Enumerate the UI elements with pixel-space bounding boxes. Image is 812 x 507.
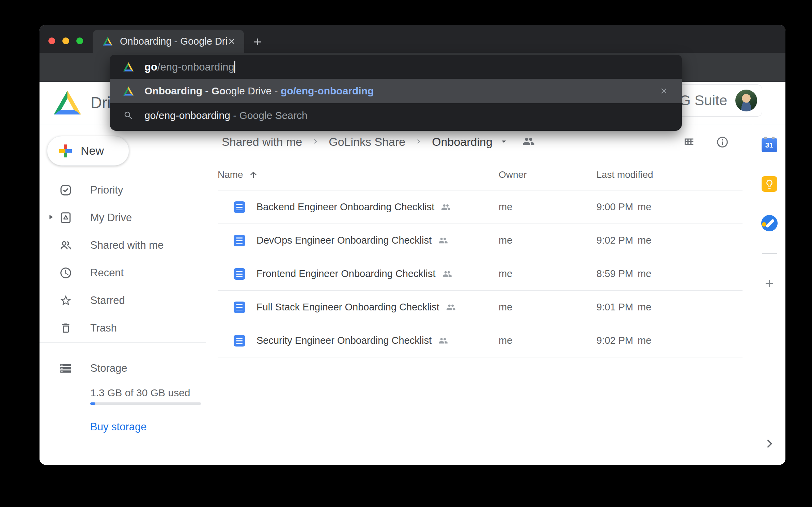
sidebar-item-trash[interactable]: Trash — [40, 314, 206, 342]
breadcrumb-golinks-share[interactable]: GoLinks Share — [329, 135, 405, 149]
caret-down-icon[interactable] — [499, 136, 509, 148]
trash-icon — [59, 322, 72, 334]
file-modified: 8:59 PM me — [596, 268, 651, 279]
file-row[interactable]: Full Stack Engineer Onboarding Checklist… — [218, 291, 743, 324]
file-modified-time: 9:01 PM — [596, 302, 633, 313]
sidebar-item-recent[interactable]: Recent — [40, 259, 206, 287]
buy-storage-link[interactable]: Buy storage — [90, 421, 146, 433]
file-row[interactable]: DevOps Engineer Onboarding Checklist me … — [218, 224, 743, 257]
browser-tab[interactable]: Onboarding - Google Drive — [93, 30, 244, 53]
new-button[interactable]: New — [47, 136, 129, 166]
google-docs-icon — [234, 201, 245, 213]
text-cursor — [234, 61, 235, 73]
last-modified-header[interactable]: Last modified — [596, 169, 653, 180]
drive-favicon — [123, 87, 134, 96]
suggestion-drive[interactable]: Onboarding - Google Drive - go/eng-onboa… — [110, 79, 682, 103]
plus-icon — [252, 36, 263, 48]
drive-sidebar: New Priority My Drive Shared with me — [40, 124, 206, 465]
google-docs-icon — [234, 235, 245, 246]
file-modified-by: me — [638, 302, 651, 313]
file-name: Security Engineer Onboarding Checklist — [256, 335, 432, 346]
file-name-group: Frontend Engineer Onboarding Checklist — [256, 268, 452, 279]
google-docs-icon — [234, 302, 245, 313]
people-icon — [59, 239, 72, 252]
shared-people-icon — [438, 336, 448, 345]
file-name: DevOps Engineer Onboarding Checklist — [256, 235, 432, 246]
file-owner: me — [499, 235, 512, 246]
tasks-icon[interactable] — [761, 215, 778, 231]
file-modified-by: me — [638, 235, 651, 246]
info-icon[interactable] — [716, 136, 729, 149]
file-row[interactable]: Frontend Engineer Onboarding Checklist m… — [218, 257, 743, 291]
storage-icon — [59, 362, 72, 375]
account-avatar[interactable] — [735, 90, 757, 111]
chevron-right-icon — [311, 137, 320, 147]
file-modified: 9:02 PM me — [596, 235, 651, 246]
omnibox-text: go/eng-onboarding — [144, 61, 235, 73]
collapse-panel-chevron-icon[interactable] — [764, 438, 775, 451]
sidebar-item-priority[interactable]: Priority — [40, 176, 206, 204]
desktop: Onboarding - Google Drive — [0, 0, 812, 507]
remove-suggestion-icon[interactable] — [659, 87, 668, 95]
breadcrumb-onboarding[interactable]: Onboarding — [432, 135, 493, 149]
address-bar[interactable]: go/eng-onboarding — [110, 55, 682, 79]
sidebar-item-storage[interactable]: Storage — [40, 354, 206, 382]
storage-usage-text: 1.3 GB of 30 GB used — [90, 387, 190, 399]
gsuite-label: G Suite — [680, 92, 727, 109]
google-docs-icon — [234, 268, 245, 280]
expand-arrow-icon[interactable] — [47, 213, 54, 222]
rail-divider — [762, 253, 777, 254]
file-name-group: Backend Engineer Onboarding Checklist — [256, 201, 451, 213]
file-modified-by: me — [638, 335, 651, 346]
keep-icon[interactable] — [762, 176, 777, 192]
add-addon-icon[interactable] — [763, 277, 776, 291]
file-name-group: Full Stack Engineer Onboarding Checklist — [256, 302, 456, 313]
omnibox-dropdown: go/eng-onboarding Onboarding - Google Dr… — [110, 55, 682, 131]
folder-shared-icon — [522, 135, 535, 149]
view-actions — [683, 124, 729, 159]
name-header: Name — [218, 169, 243, 180]
file-name-group: Security Engineer Onboarding Checklist — [256, 335, 448, 346]
suggestion-search-text: go/eng-onboarding - Google Search — [144, 110, 308, 121]
google-plus-icon — [59, 144, 72, 157]
file-row[interactable]: Backend Engineer Onboarding Checklist me… — [218, 190, 743, 224]
shared-people-icon — [442, 269, 452, 279]
sidebar-item-starred[interactable]: Starred — [40, 287, 206, 314]
grid-view-icon[interactable] — [683, 136, 695, 148]
suggestion-search[interactable]: go/eng-onboarding - Google Search — [110, 103, 682, 128]
clock-icon — [59, 266, 72, 279]
file-modified-time: 8:59 PM — [596, 268, 633, 279]
file-modified-time: 9:02 PM — [596, 235, 633, 246]
tab-title: Onboarding - Google Drive — [120, 36, 227, 47]
shared-people-icon — [441, 202, 451, 212]
new-tab-button[interactable] — [250, 34, 265, 49]
file-row[interactable]: Security Engineer Onboarding Checklist m… — [218, 324, 743, 357]
file-owner: me — [499, 201, 512, 213]
new-button-label: New — [81, 144, 104, 157]
chevron-right-icon — [414, 137, 423, 147]
calendar-day: 31 — [765, 141, 773, 149]
owner-header[interactable]: Owner — [499, 169, 527, 180]
shared-people-icon — [438, 236, 448, 245]
file-browser: Shared with me GoLinks Share Onboarding … — [206, 124, 753, 465]
table-header: Name Owner Last modified — [218, 159, 743, 190]
file-name: Full Stack Engineer Onboarding Checklist — [256, 302, 439, 313]
sort-by-name[interactable]: Name — [218, 169, 258, 180]
tab-close-icon[interactable] — [227, 37, 236, 46]
file-modified: 9:02 PM me — [596, 335, 651, 346]
sidebar-item-shared-with-me[interactable]: Shared with me — [40, 231, 206, 259]
minimize-window-button[interactable] — [62, 37, 69, 44]
zoom-window-button[interactable] — [76, 37, 83, 44]
browser-window: Onboarding - Google Drive — [40, 25, 785, 465]
side-panel-rail: 31 — [753, 124, 785, 465]
sidebar-nav: Priority My Drive Shared with me Recent — [40, 176, 206, 342]
my-drive-icon — [59, 211, 72, 224]
close-window-button[interactable] — [48, 37, 55, 44]
drive-logo-icon — [54, 91, 81, 114]
breadcrumb-shared-with-me[interactable]: Shared with me — [222, 135, 302, 149]
file-owner: me — [499, 268, 512, 279]
sort-arrow-up-icon — [249, 170, 258, 180]
file-modified-by: me — [638, 268, 651, 279]
calendar-icon[interactable]: 31 — [762, 138, 777, 152]
sidebar-item-my-drive[interactable]: My Drive — [40, 204, 206, 231]
